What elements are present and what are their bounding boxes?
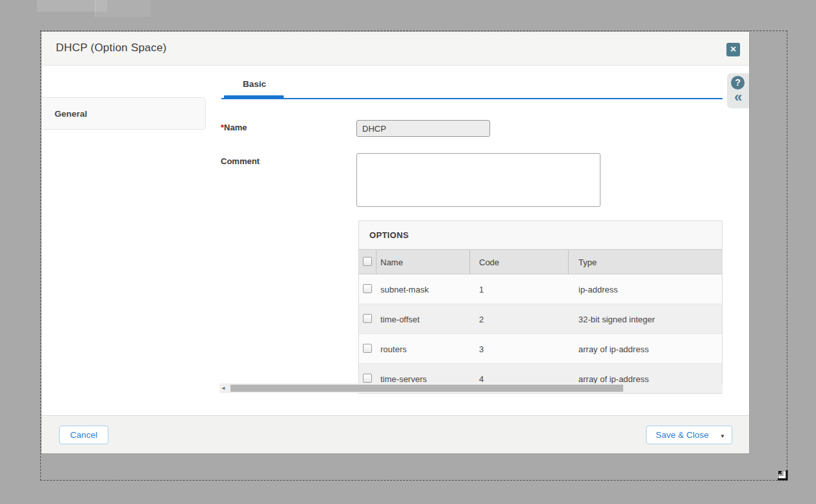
options-panel-title: OPTIONS — [369, 230, 409, 240]
column-separator — [469, 250, 470, 275]
cancel-button[interactable]: Cancel — [59, 426, 108, 444]
column-header-code[interactable]: Code — [479, 258, 499, 267]
column-separator — [376, 250, 377, 275]
dialog-header: DHCP (Option Space) — [42, 32, 749, 66]
cell-code: 4 — [479, 374, 484, 384]
save-and-close-button[interactable]: Save & Close ▼ — [646, 426, 732, 444]
save-and-close-label: Save & Close — [656, 430, 709, 440]
close-icon[interactable]: ✕ — [726, 43, 740, 56]
resize-corner-icon[interactable] — [775, 468, 789, 481]
scrollbar-thumb[interactable] — [230, 385, 623, 392]
table-row[interactable]: routers 3 array of ip-address — [359, 334, 723, 364]
cell-code: 3 — [479, 344, 484, 354]
dhcp-option-space-dialog: DHCP (Option Space) ✕ General Basic ? « … — [42, 32, 749, 453]
horizontal-scrollbar[interactable]: ◄ — [219, 383, 723, 393]
select-all-checkbox[interactable] — [363, 257, 372, 266]
row-checkbox[interactable] — [363, 314, 372, 323]
row-checkbox[interactable] — [363, 344, 372, 353]
column-header-name[interactable]: Name — [380, 258, 403, 267]
tab-underline — [221, 98, 723, 99]
cell-type: array of ip-address — [578, 374, 649, 384]
cell-type: ip-address — [578, 285, 618, 294]
table-row[interactable]: subnet-mask 1 ip-address — [359, 274, 723, 304]
help-icon[interactable]: ? — [731, 76, 745, 90]
row-checkbox[interactable] — [363, 374, 372, 383]
sidebar-item-general[interactable]: General — [42, 97, 206, 130]
dialog-title: DHCP (Option Space) — [56, 42, 167, 54]
name-label-text: Name — [224, 123, 247, 132]
dialog-footer: Cancel Save & Close ▼ — [42, 415, 749, 453]
sidebar-item-label: General — [55, 109, 87, 119]
table-row[interactable]: time-offset 2 32-bit signed integer — [359, 304, 723, 334]
cell-code: 1 — [479, 285, 484, 294]
cell-type: array of ip-address — [578, 344, 649, 354]
scroll-left-icon[interactable]: ◄ — [221, 385, 226, 391]
options-panel: OPTIONS Name Code Type subnet-mask 1 ip-… — [358, 221, 723, 394]
cell-name: time-offset — [380, 315, 419, 324]
comment-label: Comment — [221, 156, 260, 166]
column-header-type[interactable]: Type — [578, 258, 597, 267]
cell-code: 2 — [479, 315, 484, 324]
row-checkbox[interactable] — [363, 284, 372, 293]
comment-field[interactable] — [356, 153, 600, 207]
table-header-row: Name Code Type — [359, 249, 723, 274]
cell-name: time-servers — [380, 374, 427, 384]
help-panel: ? « — [727, 73, 749, 108]
cell-type: 32-bit signed integer — [578, 315, 655, 324]
chevron-down-icon: ▼ — [720, 433, 725, 439]
tab-active-indicator — [224, 95, 284, 99]
column-separator — [568, 250, 569, 275]
name-field[interactable] — [356, 120, 490, 137]
cell-name: subnet-mask — [380, 285, 428, 294]
cell-name: routers — [380, 344, 406, 354]
tab-basic[interactable]: Basic — [225, 79, 284, 89]
background-ghost — [95, 0, 151, 17]
collapse-panel-icon[interactable]: « — [731, 89, 745, 106]
name-label: *Name — [221, 123, 247, 132]
